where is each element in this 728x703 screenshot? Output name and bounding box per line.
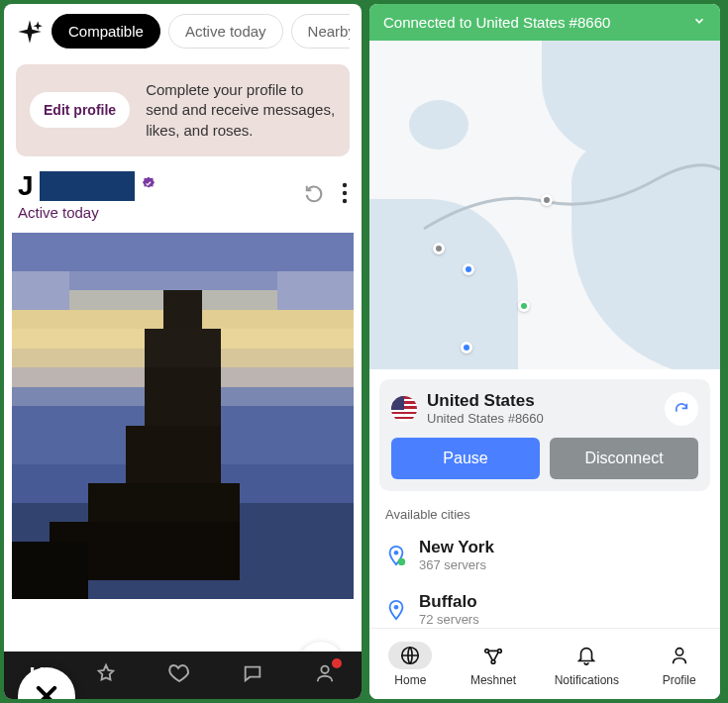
svg-rect-17 xyxy=(145,329,221,367)
city-server-count: 72 servers xyxy=(419,612,479,627)
map-server-dot[interactable] xyxy=(461,342,472,353)
nav-label: Meshnet xyxy=(470,673,516,687)
svg-point-23 xyxy=(322,665,329,672)
filter-tabs: Compatible Active today Nearby xyxy=(52,14,350,49)
nav-label: Home xyxy=(394,673,426,687)
dating-app-screen: Compatible Active today Nearby Edit prof… xyxy=(4,4,362,699)
svg-rect-19 xyxy=(126,425,221,482)
city-row-new-york[interactable]: New York 367 servers xyxy=(369,528,720,582)
tab-compatible[interactable]: Compatible xyxy=(52,14,160,49)
nav-profile[interactable]: Profile xyxy=(658,642,701,687)
svg-point-25 xyxy=(398,557,405,564)
profile-photo[interactable] xyxy=(12,233,354,699)
edit-profile-button[interactable]: Edit profile xyxy=(30,92,130,128)
profile-header: J Active today xyxy=(4,164,362,229)
us-flag-icon xyxy=(391,396,417,422)
profile-initial: J xyxy=(18,170,34,202)
city-name: New York xyxy=(419,538,494,557)
undo-icon[interactable] xyxy=(304,182,326,209)
sparkle-icon[interactable] xyxy=(16,18,44,46)
map-server-dot[interactable] xyxy=(541,194,553,206)
svg-point-31 xyxy=(676,648,682,654)
svg-point-29 xyxy=(498,649,502,653)
tab-active-today[interactable]: Active today xyxy=(168,14,283,49)
pixelated-image xyxy=(12,233,354,599)
location-pin-icon xyxy=(385,599,407,621)
chat-icon xyxy=(242,662,263,684)
refresh-icon xyxy=(674,401,689,417)
svg-rect-15 xyxy=(277,271,354,310)
tab-nearby[interactable]: Nearby xyxy=(291,14,350,49)
svg-rect-22 xyxy=(12,541,88,598)
person-icon xyxy=(669,645,690,666)
star-icon xyxy=(95,662,117,684)
nav-label: Profile xyxy=(663,673,696,687)
map-server-dot[interactable] xyxy=(433,243,445,254)
refresh-button[interactable] xyxy=(665,392,698,426)
svg-rect-18 xyxy=(145,367,221,425)
city-name: Buffalo xyxy=(419,592,479,612)
activity-status: Active today xyxy=(18,204,156,221)
location-pin-icon xyxy=(385,545,407,566)
top-bar: Compatible Active today Nearby xyxy=(4,4,362,56)
svg-point-30 xyxy=(491,659,495,663)
map-connected-dot[interactable] xyxy=(518,300,530,312)
svg-point-1 xyxy=(343,191,347,195)
server-map[interactable] xyxy=(369,41,720,369)
svg-point-26 xyxy=(394,604,399,609)
connection-banner[interactable]: Connected to United States #8660 xyxy=(369,4,720,41)
svg-point-0 xyxy=(343,183,347,187)
disconnect-button[interactable]: Disconnect xyxy=(550,438,698,479)
nav-likes[interactable] xyxy=(167,661,191,690)
nav-home[interactable]: Home xyxy=(388,642,432,687)
svg-point-24 xyxy=(394,550,399,554)
svg-rect-3 xyxy=(12,233,354,271)
more-menu-icon[interactable] xyxy=(342,182,348,209)
redacted-name xyxy=(40,171,135,201)
profile-name-row: J xyxy=(18,170,156,202)
nav-label: Notifications xyxy=(555,673,619,687)
connection-card: United States United States #8660 Pause … xyxy=(379,379,710,491)
map-server-dot[interactable] xyxy=(463,263,474,275)
heart-outline-icon xyxy=(167,661,191,685)
globe-icon xyxy=(399,645,421,666)
server-id: United States #8660 xyxy=(427,411,544,426)
banner-text: Complete your profile to send and receiv… xyxy=(146,80,336,141)
bell-icon xyxy=(575,645,597,666)
nav-notifications[interactable]: Notifications xyxy=(555,642,619,687)
verified-badge-icon xyxy=(141,176,156,196)
bottom-nav: Home Meshnet Notifications Profile xyxy=(369,628,720,699)
nav-profile[interactable] xyxy=(314,662,336,689)
chevron-down-icon xyxy=(692,14,706,31)
svg-point-2 xyxy=(343,199,347,203)
svg-point-28 xyxy=(485,649,489,653)
nav-messages[interactable] xyxy=(242,662,263,689)
x-icon xyxy=(33,682,60,699)
meshnet-icon xyxy=(482,645,504,666)
profile-completion-banner: Edit profile Complete your profile to se… xyxy=(16,64,350,156)
svg-rect-14 xyxy=(12,271,69,310)
country-name: United States xyxy=(427,391,544,411)
city-server-count: 367 servers xyxy=(419,557,494,572)
nav-standouts[interactable] xyxy=(95,662,117,689)
pause-button[interactable]: Pause xyxy=(391,438,540,479)
notification-badge xyxy=(332,658,342,668)
profile-actions xyxy=(304,170,348,209)
available-cities-heading: Available cities xyxy=(369,501,720,528)
vpn-app-screen: Connected to United States #8660 United … xyxy=(369,4,720,699)
nav-meshnet[interactable]: Meshnet xyxy=(470,642,516,687)
connection-status-text: Connected to United States #8660 xyxy=(383,14,610,31)
svg-rect-16 xyxy=(163,290,201,329)
